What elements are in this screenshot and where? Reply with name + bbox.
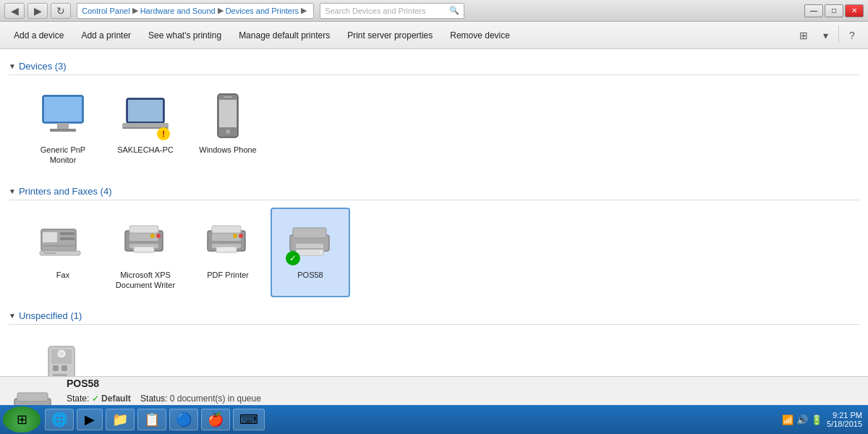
- toolbar-separator: [838, 25, 839, 43]
- titlebar-nav: ◀ ▶ ↻ Control Panel ▶ Hardware and Sound…: [4, 3, 464, 19]
- clock-time: 9:21 PM: [827, 411, 862, 420]
- device-pos58[interactable]: ✓ POS58: [271, 208, 350, 298]
- printers-section-header: ▼ Printers and Faxes (4): [9, 186, 859, 200]
- unspecified-collapse-icon[interactable]: ▼: [9, 312, 16, 320]
- svg-rect-1: [44, 97, 82, 122]
- see-whats-printing-button[interactable]: See what's printing: [140, 25, 229, 46]
- svg-rect-15: [60, 237, 75, 240]
- ie-icon: 🌐: [51, 412, 67, 427]
- close-button[interactable]: ✕: [845, 4, 864, 17]
- breadcrumb-devices[interactable]: Devices and Printers: [226, 7, 299, 15]
- back-button[interactable]: ◀: [4, 3, 25, 19]
- taskbar-app-icon[interactable]: ⌨: [233, 409, 265, 430]
- media-icon: ▶: [85, 412, 95, 427]
- windows-logo-icon: ⊞: [17, 412, 27, 427]
- breadcrumb-sep-2: ▶: [218, 6, 224, 15]
- svg-rect-2: [57, 123, 69, 129]
- devices-section-title[interactable]: Devices (3): [19, 61, 67, 72]
- window-controls: — □ ✕: [804, 4, 864, 17]
- view-toggle-button[interactable]: ⊞: [793, 25, 814, 46]
- statusbar-device-name: POS58: [67, 378, 856, 389]
- titlebar: ◀ ▶ ↻ Control Panel ▶ Hardware and Sound…: [0, 0, 868, 22]
- add-device-button[interactable]: Add a device: [6, 25, 72, 46]
- svg-rect-16: [43, 245, 75, 247]
- breadcrumb-sep-1: ▶: [132, 6, 138, 15]
- help-button[interactable]: ?: [842, 25, 862, 46]
- maximize-button[interactable]: □: [825, 4, 843, 17]
- bulk-device-icon: [37, 339, 89, 376]
- phone-icon: [202, 90, 254, 142]
- monitor-label: Generic PnP Monitor: [27, 145, 98, 166]
- laptop-icon-container: !: [119, 90, 171, 142]
- pdf-printer-icon: [202, 215, 254, 267]
- svg-rect-28: [212, 226, 241, 233]
- add-printer-button[interactable]: Add a printer: [73, 25, 139, 46]
- svg-point-31: [239, 234, 243, 238]
- taskbar-media-icon[interactable]: ▶: [77, 409, 103, 430]
- device-generic-pnp-monitor[interactable]: Generic PnP Monitor: [23, 82, 103, 173]
- network-icon: 📶: [782, 414, 793, 425]
- svg-point-24: [156, 234, 161, 238]
- svg-rect-46: [17, 393, 48, 401]
- fax-icon: [37, 215, 89, 267]
- laptop-label: SAKLECHA-PC: [117, 145, 174, 155]
- devices-collapse-icon[interactable]: ▼: [9, 62, 16, 70]
- default-check-badge: ✓: [286, 251, 300, 265]
- device-saklecha-pc[interactable]: ! SAKLECHA-PC: [106, 82, 185, 173]
- pdf-label: PDF Printer: [207, 270, 248, 280]
- device-fax[interactable]: Fax: [23, 208, 103, 298]
- pos58-icon: ✓: [284, 215, 336, 267]
- breadcrumb-sep-3: ▶: [301, 6, 307, 15]
- forward-icon: ▶: [34, 5, 42, 17]
- breadcrumb-control-panel[interactable]: Control Panel: [82, 7, 130, 15]
- refresh-icon: ↻: [56, 5, 65, 17]
- minimize-button[interactable]: —: [804, 4, 823, 17]
- device-pdf-printer[interactable]: PDF Printer: [188, 208, 268, 298]
- search-placeholder: Search Devices and Printers: [325, 7, 425, 15]
- svg-rect-23: [134, 247, 154, 252]
- printers-collapse-icon[interactable]: ▼: [9, 187, 16, 195]
- status-label: Status:: [140, 393, 167, 404]
- svg-point-25: [150, 234, 155, 238]
- device-generic-bulk[interactable]: Generic Bulk Device: [23, 332, 103, 376]
- svg-rect-21: [129, 226, 158, 233]
- svg-rect-6: [122, 123, 169, 127]
- volume-icon: 🔊: [796, 414, 808, 425]
- remove-device-button[interactable]: Remove device: [442, 25, 518, 46]
- taskbar-explorer-icon[interactable]: 📁: [106, 409, 135, 430]
- device-microsoft-xps[interactable]: Microsoft XPS Document Writer: [106, 208, 185, 298]
- toolbar-right: ⊞ ▾ ?: [793, 25, 862, 46]
- search-icon: 🔍: [449, 6, 459, 15]
- taskbar-files-icon[interactable]: 📋: [137, 409, 166, 430]
- files-icon: 📋: [144, 412, 160, 427]
- unspecified-grid: Generic Bulk Device: [9, 329, 859, 376]
- breadcrumb-hardware[interactable]: Hardware and Sound: [140, 7, 216, 15]
- main-content: ▼ Devices (3) Generic PnP Monitor: [0, 49, 868, 376]
- taskbar-ie-icon[interactable]: 🌐: [45, 409, 74, 430]
- explorer-icon: 📁: [112, 412, 128, 427]
- unspecified-section-header: ▼ Unspecified (1): [9, 310, 859, 325]
- taskbar-chrome-icon[interactable]: 🔵: [169, 409, 198, 430]
- clock-date: 5/18/2015: [827, 420, 862, 428]
- print-server-button[interactable]: Print server properties: [339, 25, 441, 46]
- svg-point-10: [226, 129, 230, 134]
- address-bar[interactable]: Control Panel ▶ Hardware and Sound ▶ Dev…: [77, 3, 314, 19]
- svg-rect-42: [53, 374, 67, 376]
- forward-button[interactable]: ▶: [27, 3, 48, 19]
- refresh-button[interactable]: ↻: [51, 3, 71, 19]
- taskbar: ⊞ 🌐 ▶ 📁 📋 🔵 🍎 ⌨ 📶 🔊 🔋 9:21 PM 5/18/2015: [0, 405, 868, 434]
- battery-icon: 🔋: [811, 414, 822, 425]
- xps-printer-icon: [119, 215, 171, 267]
- start-button[interactable]: ⊞: [3, 407, 41, 433]
- toolbar: Add a device Add a printer See what's pr…: [0, 22, 868, 49]
- back-icon: ◀: [11, 5, 19, 17]
- printers-section-title[interactable]: Printers and Faxes (4): [19, 186, 112, 197]
- printers-grid: Fax Microsoft XPS Document Writer: [9, 205, 859, 305]
- view-dropdown-button[interactable]: ▾: [815, 25, 835, 46]
- search-box[interactable]: Search Devices and Printers 🔍: [320, 3, 464, 19]
- taskbar-fruit-icon[interactable]: 🍎: [201, 409, 230, 430]
- svg-rect-41: [61, 365, 67, 371]
- unspecified-section-title[interactable]: Unspecified (1): [19, 310, 82, 321]
- device-windows-phone[interactable]: Windows Phone: [188, 82, 268, 173]
- manage-default-button[interactable]: Manage default printers: [231, 25, 338, 46]
